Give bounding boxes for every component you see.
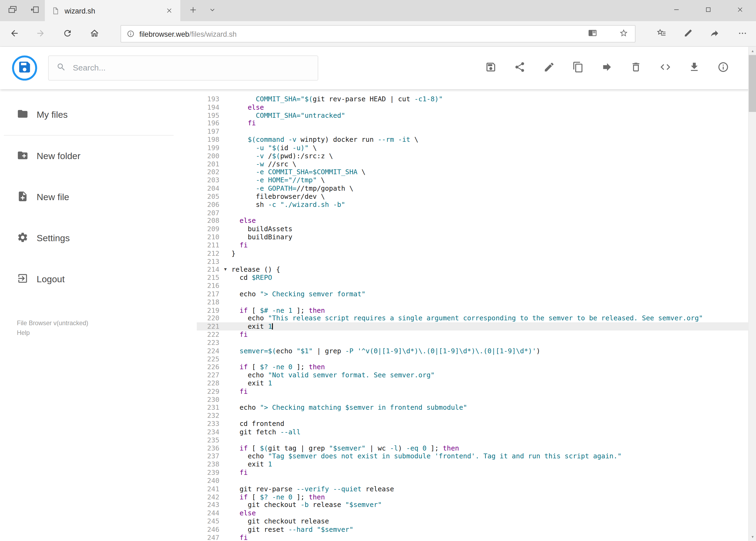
code-line[interactable]: 204 -e GOPATH=//tmp/gopath \ xyxy=(197,185,748,193)
code-line[interactable]: 237 echo "Tag $semver does not exist in … xyxy=(197,452,748,460)
search-input[interactable] xyxy=(73,63,285,73)
code-line[interactable]: 197 xyxy=(197,128,748,136)
copy-button[interactable] xyxy=(572,62,584,74)
code-editor[interactable]: 193 COMMIT_SHA="$(git rev-parse HEAD | c… xyxy=(197,89,748,541)
code-line[interactable]: 217 echo "> Checking semver format" xyxy=(197,290,748,298)
code-line[interactable]: 223 xyxy=(197,339,748,347)
edit-button[interactable] xyxy=(543,62,555,74)
code-line[interactable]: 229 fi xyxy=(197,387,748,395)
download-button[interactable] xyxy=(688,62,700,74)
back-button[interactable] xyxy=(5,21,24,47)
code-line[interactable]: 247 fi xyxy=(197,533,748,541)
help-link[interactable]: Help xyxy=(17,328,89,338)
sidebar-item-logout[interactable]: Logout xyxy=(0,259,193,299)
code-line[interactable]: 230 xyxy=(197,395,748,403)
code-line[interactable]: 203 -e HOME="//tmp" \ xyxy=(197,176,748,185)
code-line[interactable]: 216 xyxy=(197,282,748,290)
code-line[interactable]: 234 git fetch --all xyxy=(197,428,748,436)
code-line[interactable]: 206 sh -c "./wizard.sh -b" xyxy=(197,201,748,209)
new-tab-button[interactable] xyxy=(185,3,200,18)
code-line[interactable]: 231 echo "> Checking matching $semver in… xyxy=(197,403,748,412)
code-line[interactable]: 236 if [ $(git tag | grep "$semver" | wc… xyxy=(197,444,748,452)
code-line[interactable]: 238 exit 1 xyxy=(197,460,748,469)
share-page-button[interactable] xyxy=(705,21,724,47)
code-line[interactable]: 205 filebrowser/dev \ xyxy=(197,193,748,201)
code-line[interactable]: 227 echo "Not valid semver format. See s… xyxy=(197,371,748,379)
code-line[interactable]: 199 -u "$(id -u)" \ xyxy=(197,144,748,152)
sidebar-item-my-files[interactable]: My files xyxy=(0,94,193,135)
add-favorite-button[interactable] xyxy=(619,28,629,39)
hub-button[interactable] xyxy=(652,21,671,47)
sidebar-item-new-file[interactable]: New file xyxy=(0,177,193,218)
refresh-button[interactable] xyxy=(58,21,77,47)
code-line[interactable]: 246 git reset --hard "$semver" xyxy=(197,525,748,533)
code-line[interactable]: 220 echo "This release script requires a… xyxy=(197,314,748,322)
code-button[interactable] xyxy=(659,62,671,74)
code-line[interactable]: 209 buildAssets xyxy=(197,225,748,233)
code-line[interactable]: 215 cd $REPO xyxy=(197,273,748,282)
code-line[interactable]: 211 fi xyxy=(197,241,748,249)
code-line[interactable]: 208 else xyxy=(197,217,748,225)
scrollbar-thumb[interactable] xyxy=(749,55,756,112)
set-tabs-aside-button[interactable] xyxy=(27,3,42,18)
minimize-button[interactable] xyxy=(660,0,692,21)
code-line[interactable]: 240 xyxy=(197,477,748,485)
close-button[interactable] xyxy=(724,0,756,21)
code-line[interactable]: 226 if [ $? -ne 0 ]; then xyxy=(197,363,748,371)
forward-button[interactable] xyxy=(31,21,50,47)
code-line[interactable]: 222 fi xyxy=(197,330,748,339)
app-logo[interactable] xyxy=(12,55,37,81)
tab-close-icon[interactable] xyxy=(163,4,175,17)
code-line[interactable]: 207 xyxy=(197,209,748,217)
code-line[interactable]: 202 -e COMMIT_SHA=$COMMIT_SHA \ xyxy=(197,168,748,176)
code-line[interactable]: 198 $(command -v winpty) docker run --rm… xyxy=(197,136,748,144)
save-button[interactable] xyxy=(484,62,497,74)
web-note-button[interactable] xyxy=(678,21,697,47)
code-line[interactable]: 232 xyxy=(197,412,748,420)
code-line[interactable]: 245 git checkout release xyxy=(197,517,748,525)
sidebar-item-new-folder[interactable]: New folder xyxy=(0,136,193,177)
search-box[interactable] xyxy=(48,55,318,81)
code-line[interactable]: 221 exit 1 xyxy=(197,322,748,330)
code-line[interactable]: 210 buildBinary xyxy=(197,233,748,241)
site-info-icon[interactable] xyxy=(127,30,135,38)
reading-view-button[interactable] xyxy=(588,28,597,39)
scroll-up-arrow[interactable]: ▲ xyxy=(749,47,756,55)
tab-list-button[interactable] xyxy=(204,3,220,18)
code-line[interactable]: 242 if [ $? -ne 0 ]; then xyxy=(197,493,748,501)
code-line[interactable]: 239 fi xyxy=(197,469,748,477)
tabs-set-aside-panel-button[interactable] xyxy=(5,3,20,18)
vertical-scrollbar[interactable]: ▲ ▼ xyxy=(748,47,756,541)
code-line[interactable]: 214▼release () { xyxy=(197,266,748,273)
code-line[interactable]: 195 COMMIT_SHA="untracked" xyxy=(197,111,748,119)
delete-button[interactable] xyxy=(630,62,642,74)
code-line[interactable]: 213 xyxy=(197,258,748,266)
share-button[interactable] xyxy=(514,62,526,74)
code-line[interactable]: 241 git rev-parse --verify --quiet relea… xyxy=(197,485,748,493)
code-line[interactable]: 244 else xyxy=(197,509,748,517)
scroll-down-arrow[interactable]: ▼ xyxy=(749,533,756,541)
code-line[interactable]: 201 -w //src \ xyxy=(197,160,748,168)
address-bar[interactable]: filebrowser.web/files/wizard.sh xyxy=(121,25,635,42)
home-button[interactable] xyxy=(85,21,104,47)
code-line[interactable]: 194 else xyxy=(197,103,748,111)
code-line[interactable]: 200 -v /$(pwd):/src:z \ xyxy=(197,152,748,160)
code-line[interactable]: 218 xyxy=(197,298,748,306)
fold-marker-icon[interactable]: ▼ xyxy=(219,266,232,273)
code-line[interactable]: 193 COMMIT_SHA="$(git rev-parse HEAD | c… xyxy=(197,95,748,103)
code-line[interactable]: 219 if [ $# -ne 1 ]; then xyxy=(197,306,748,314)
code-line[interactable]: 196 fi xyxy=(197,119,748,128)
code-line[interactable]: 225 xyxy=(197,355,748,363)
code-line[interactable]: 243 git checkout -b release "$semver" xyxy=(197,501,748,509)
browser-tab[interactable]: wizard.sh xyxy=(45,0,180,21)
more-menu-button[interactable] xyxy=(733,21,752,47)
info-button[interactable] xyxy=(717,62,729,74)
code-line[interactable]: 233 cd frontend xyxy=(197,420,748,428)
code-line[interactable]: 224 semver=$(echo "$1" | grep -P '^v(0|[… xyxy=(197,347,748,355)
sidebar-item-settings[interactable]: Settings xyxy=(0,218,193,259)
code-line[interactable]: 228 exit 1 xyxy=(197,379,748,387)
maximize-button[interactable] xyxy=(692,0,724,21)
code-line[interactable]: 212} xyxy=(197,249,748,258)
code-line[interactable]: 235 xyxy=(197,436,748,444)
move-button[interactable] xyxy=(601,62,613,74)
